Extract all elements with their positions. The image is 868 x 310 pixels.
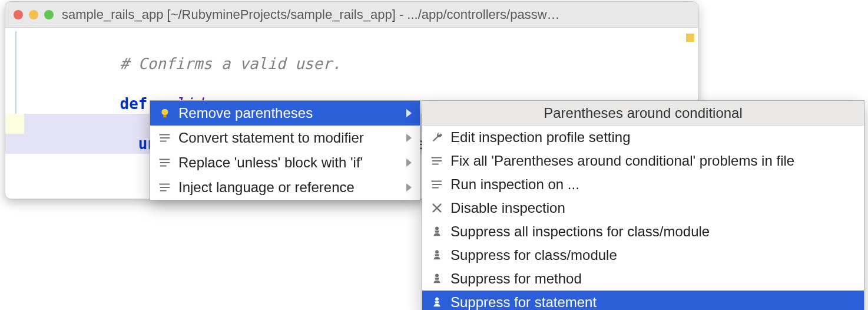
submenu-item[interactable]: Edit inspection profile setting xyxy=(422,126,864,149)
lines-icon xyxy=(158,131,171,144)
menu-item-label: Convert statement to modifier xyxy=(178,130,399,146)
menu-item-label: Remove parentheses xyxy=(178,105,399,121)
intention-actions-menu: Remove parentheses Convert statement to … xyxy=(150,100,420,200)
x-icon xyxy=(430,202,443,215)
lines-icon xyxy=(158,156,171,169)
submenu-header: Parentheses around conditional xyxy=(422,101,864,126)
submenu-item-label: Run inspection on ... xyxy=(450,176,856,193)
submenu-item-label: Suppress all inspections for class/modul… xyxy=(450,223,856,240)
chevron-right-icon xyxy=(406,134,412,142)
submenu-item[interactable]: Suppress for statement xyxy=(422,291,864,310)
close-icon[interactable] xyxy=(14,10,23,19)
lines-icon xyxy=(430,154,443,167)
pawn-icon xyxy=(430,249,443,262)
submenu-item[interactable]: Suppress all inspections for class/modul… xyxy=(422,220,864,243)
submenu-item-label: Disable inspection xyxy=(450,200,856,216)
lines-icon xyxy=(158,181,171,194)
intention-submenu: Parentheses around conditional Edit insp… xyxy=(422,100,864,310)
submenu-item[interactable]: Disable inspection xyxy=(422,196,864,220)
lines-icon xyxy=(430,178,443,191)
submenu-item-label: Fix all 'Parentheses around conditional'… xyxy=(450,153,856,169)
submenu-item[interactable]: Suppress for class/module xyxy=(422,243,864,267)
submenu-item[interactable]: Fix all 'Parentheses around conditional'… xyxy=(422,149,864,173)
submenu-item-label: Suppress for method xyxy=(450,271,856,287)
submenu-item[interactable]: Suppress for method xyxy=(422,267,864,291)
pawn-icon xyxy=(430,296,443,309)
menu-item[interactable]: Convert statement to modifier xyxy=(150,126,420,150)
chevron-right-icon xyxy=(406,183,412,192)
submenu-item-label: Edit inspection profile setting xyxy=(450,129,856,146)
window-title: sample_rails_app [~/RubymineProjects/sam… xyxy=(62,7,690,22)
menu-item-label: Inject language or reference xyxy=(178,179,399,196)
chevron-right-icon xyxy=(406,109,412,117)
bulb-icon xyxy=(158,107,171,120)
chevron-right-icon xyxy=(406,159,412,167)
submenu-item[interactable]: Run inspection on ... xyxy=(422,173,864,196)
menu-item-label: Replace 'unless' block with 'if' xyxy=(178,154,399,171)
code-line[interactable]: # Confirms a valid user. xyxy=(5,34,698,74)
pawn-icon xyxy=(430,225,443,238)
minimize-icon[interactable] xyxy=(29,10,38,19)
traffic-lights xyxy=(14,10,54,19)
menu-item[interactable]: Replace 'unless' block with 'if' xyxy=(150,150,420,175)
zoom-icon[interactable] xyxy=(44,10,54,19)
menu-item[interactable]: Inject language or reference xyxy=(150,175,420,200)
pawn-icon xyxy=(430,272,443,285)
submenu-item-label: Suppress for statement xyxy=(450,294,856,310)
titlebar[interactable]: sample_rails_app [~/RubymineProjects/sam… xyxy=(5,2,698,28)
menu-item[interactable]: Remove parentheses xyxy=(150,101,420,126)
wrench-icon xyxy=(430,131,443,144)
submenu-item-label: Suppress for class/module xyxy=(450,247,856,263)
